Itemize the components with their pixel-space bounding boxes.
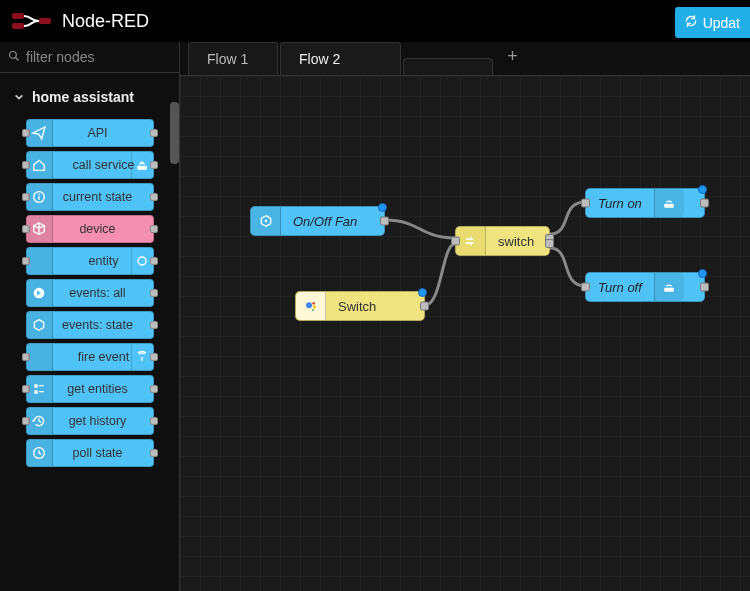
svg-point-9 [138,257,146,265]
svg-rect-5 [137,166,146,170]
node-port[interactable] [150,321,158,329]
flow-node-switch[interactable]: switch [455,226,550,256]
palette-node-fire-event[interactable]: fire event [26,343,154,371]
hexagon-icon [251,207,281,235]
wires [180,76,750,591]
palette-node-poll-state[interactable]: poll state [26,439,154,467]
node-port[interactable] [150,225,158,233]
node-output-port[interactable] [545,239,554,248]
status-indicator [698,269,707,278]
status-indicator [698,185,707,194]
palette-node-api[interactable]: API [26,119,154,147]
node-port[interactable] [150,289,158,297]
palette-node-current-state[interactable]: current state [26,183,154,211]
palette-category-home-assistant[interactable]: home assistant [0,79,179,115]
palette-node-events-all[interactable]: events: all [26,279,154,307]
node-port[interactable] [150,161,158,169]
filter-input[interactable] [26,49,171,65]
flow-tabs: Flow 1 Flow 2 + [180,42,750,76]
node-port[interactable] [150,449,158,457]
palette-node-call-service[interactable]: call service [26,151,154,179]
tab-blank[interactable] [403,58,493,75]
node-port[interactable] [150,353,158,361]
router-icon [654,273,684,301]
node-port[interactable] [150,257,158,265]
node-red-logo-icon [12,12,52,30]
palette-node-get-history[interactable]: get history [26,407,154,435]
home-assistant-icon [27,152,53,178]
chevron-down-icon [14,89,24,105]
update-button[interactable]: Updat [675,7,750,38]
svg-line-4 [16,58,19,61]
node-output-port[interactable] [420,302,429,311]
svg-rect-18 [665,288,674,292]
flow-node-google-switch[interactable]: Switch [295,291,425,321]
switch-icon [456,227,486,255]
filter-nodes[interactable] [0,42,179,73]
palette-node-get-entities[interactable]: get entities [26,375,154,403]
search-icon [8,48,20,66]
node-output-port[interactable] [700,199,709,208]
svg-rect-0 [12,13,24,19]
node-output-port[interactable] [380,217,389,226]
refresh-icon [684,14,698,31]
tab-flow-1[interactable]: Flow 1 [188,42,278,75]
node-port[interactable] [150,417,158,425]
node-port[interactable] [150,193,158,201]
status-indicator [378,203,387,212]
add-tab-button[interactable]: + [495,42,530,75]
tab-flow-2[interactable]: Flow 2 [280,42,401,75]
router-icon [654,189,684,217]
svg-point-12 [264,220,267,223]
svg-point-14 [312,302,315,305]
svg-point-13 [306,302,312,308]
node-input-port[interactable] [451,237,460,246]
app-header: Node-RED Updat [0,0,750,42]
svg-rect-2 [39,18,51,24]
node-port[interactable] [150,385,158,393]
flow-node-onoff-fan[interactable]: On/Off Fan [250,206,385,236]
palette-sidebar: home assistant API call service [0,42,180,591]
flow-node-turn-on[interactable]: Turn on [585,188,705,218]
app-title: Node-RED [62,11,149,32]
node-input-port[interactable] [581,199,590,208]
palette-node-entity[interactable]: entity [26,247,154,275]
svg-point-8 [38,194,40,196]
svg-point-3 [10,52,17,59]
svg-point-16 [312,309,314,311]
scrollbar-thumb[interactable] [170,102,179,164]
svg-point-15 [312,305,315,308]
status-indicator [418,288,427,297]
google-assistant-icon [296,292,326,320]
palette-node-device[interactable]: device [26,215,154,243]
flow-node-turn-off[interactable]: Turn off [585,272,705,302]
svg-rect-17 [665,204,674,208]
node-output-port[interactable] [700,283,709,292]
node-input-port[interactable] [581,283,590,292]
flow-canvas[interactable]: On/Off Fan Switch switch [180,76,750,591]
workspace: Flow 1 Flow 2 + On/Off Fan [180,42,750,591]
app-logo: Node-RED [12,11,149,32]
svg-rect-1 [12,23,24,29]
palette-node-events-state[interactable]: events: state [26,311,154,339]
node-port[interactable] [150,129,158,137]
